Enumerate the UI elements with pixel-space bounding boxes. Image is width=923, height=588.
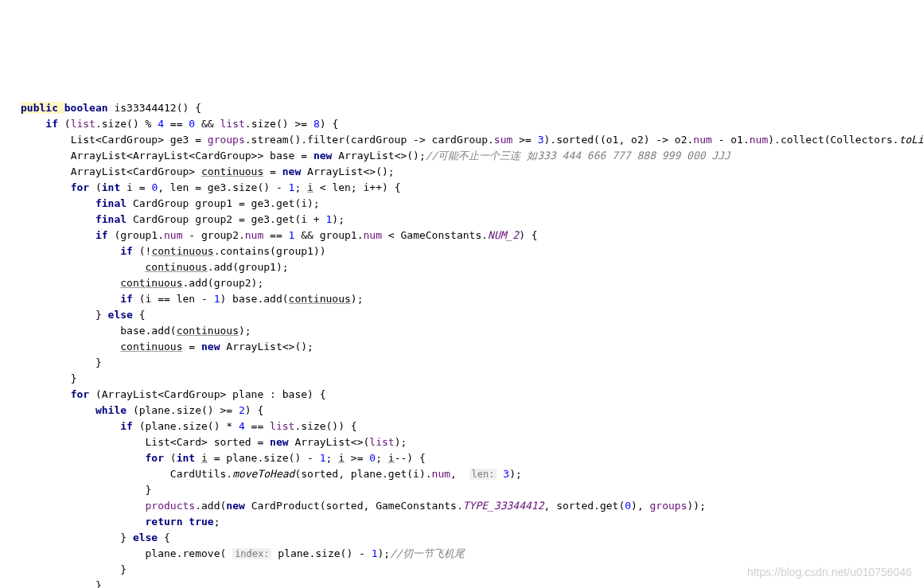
- code-token: NUM_2: [488, 229, 519, 241]
- code-token: .contains(group1)): [214, 245, 326, 257]
- code-token: new: [270, 436, 294, 448]
- code-token: ArrayList<>(: [294, 436, 369, 448]
- code-token: (: [64, 118, 71, 130]
- code-token: &&: [195, 118, 220, 130]
- code-token: 1: [320, 452, 326, 464]
- code-line: products.add(new CardProduct(sorted, Gam…: [21, 498, 923, 514]
- code-line: ArrayList<CardGroup> continuous = new Ar…: [21, 164, 923, 180]
- code-token: num: [164, 229, 182, 241]
- code-token: ) {: [320, 118, 338, 130]
- code-token: is33344412() {: [114, 102, 201, 114]
- code-token: ArrayList<CardGroup>: [71, 165, 201, 177]
- code-token: && group1.: [294, 229, 363, 241]
- code-token: //可能不止一个三连 如333 444 666 777 888 999 000 …: [426, 150, 730, 162]
- code-line: if (plane.size() * 4 == list.size()) {: [21, 419, 923, 434]
- code-token: ).sorted((o1, o2) -> o2.: [543, 134, 693, 146]
- code-line: if (i == len - 1) base.add(continuous);: [21, 291, 923, 307]
- code-token: ).collect(Collectors.: [768, 134, 898, 146]
- code-token: num: [364, 229, 382, 241]
- code-token: }: [95, 309, 108, 321]
- code-line: continuous.add(group1);: [21, 259, 923, 275]
- code-line: CardUtils.moveToHead(sorted, plane.get(i…: [21, 466, 923, 482]
- code-token: int: [102, 181, 127, 193]
- code-token: sum: [494, 134, 512, 146]
- code-token: ;: [326, 452, 339, 464]
- code-token: {: [139, 309, 146, 321]
- code-token: (plane.size() >=: [133, 404, 239, 416]
- code-token: i: [307, 181, 314, 193]
- code-line: final CardGroup group1 = ge3.get(i);: [21, 196, 923, 212]
- code-token: (i == len -: [139, 293, 214, 305]
- code-token: ),: [631, 500, 649, 512]
- code-token: CardProduct(sorted, GameConstants.: [251, 500, 463, 512]
- code-token: }: [95, 356, 102, 368]
- code-token: ) {: [245, 404, 263, 416]
- code-token: continuous: [120, 341, 182, 352]
- code-line: } else {: [21, 530, 923, 546]
- code-token: (sorted, plane.get(i).: [294, 468, 431, 480]
- code-token: }: [71, 372, 77, 384]
- code-token: );: [509, 468, 522, 480]
- code-token: 1: [372, 547, 378, 559]
- code-token: --) {: [395, 452, 426, 464]
- code-token: new: [201, 341, 226, 352]
- code-token: .stream().filter(cardGroup -> cardGroup.: [245, 134, 494, 146]
- code-token: public: [21, 102, 64, 114]
- code-token: ,: [450, 468, 469, 480]
- code-token: ;: [294, 181, 307, 193]
- code-token: for: [146, 452, 170, 464]
- code-token: , len = ge3.size() -: [158, 181, 288, 193]
- code-line: for (ArrayList<CardGroup> plane : base) …: [21, 387, 923, 403]
- code-line: } else {: [21, 307, 923, 323]
- code-token: ArrayList<>();: [226, 341, 314, 352]
- code-token: {: [164, 532, 170, 543]
- code-token: >=: [512, 134, 537, 146]
- code-token: .add(group2);: [183, 277, 264, 289]
- code-token: );: [332, 213, 345, 225]
- code-token: );: [378, 547, 391, 559]
- code-token: CardUtils.: [170, 468, 232, 480]
- code-line: if (list.size() % 4 == 0 && list.size() …: [21, 116, 923, 132]
- code-token: ));: [687, 500, 706, 512]
- code-token: (group1.: [114, 229, 164, 241]
- code-token: TYPE_33344412: [463, 500, 544, 512]
- code-token: 0: [369, 452, 376, 464]
- code-token: products: [146, 500, 196, 512]
- code-token: List<Card> sorted =: [146, 436, 271, 448]
- code-token: i: [338, 452, 345, 464]
- code-token: else: [133, 532, 164, 543]
- code-token: int: [177, 452, 201, 464]
- code-token: ) {: [519, 229, 537, 241]
- code-token: continuous: [177, 325, 239, 337]
- code-token: 0: [625, 500, 631, 512]
- code-token: .add(: [195, 500, 226, 512]
- code-block: public boolean is33344412() { if (list.s…: [10, 100, 923, 588]
- code-line: }: [21, 371, 923, 387]
- code-token: num: [245, 229, 263, 241]
- code-token: 2: [239, 404, 245, 416]
- code-token: ;: [214, 516, 220, 528]
- code-token: , sorted.get(: [543, 500, 625, 512]
- code-token: continuous: [151, 245, 213, 257]
- code-token: plane.size() -: [271, 547, 371, 559]
- code-line: public boolean is33344412() {: [21, 100, 923, 116]
- code-token: .size() >=: [245, 118, 314, 130]
- code-token: .add(group1);: [208, 261, 289, 273]
- code-token: - o1.: [712, 134, 750, 146]
- code-token: =: [183, 341, 201, 352]
- code-line: for (int i = plane.size() - 1; i >= 0; i…: [21, 450, 923, 466]
- code-token: i: [388, 452, 395, 464]
- code-line: base.add(continuous);: [21, 323, 923, 339]
- code-token: if: [120, 420, 138, 432]
- code-line: }: [21, 482, 923, 498]
- code-token: ArrayList<>();: [307, 165, 395, 177]
- code-line: for (int i = 0, len = ge3.size() - 1; i …: [21, 180, 923, 196]
- code-token: i =: [127, 181, 151, 193]
- code-line: if (group1.num - group2.num == 1 && grou…: [21, 228, 923, 243]
- code-token: else: [108, 309, 139, 321]
- code-token: < len; i++) {: [314, 181, 401, 193]
- code-token: new: [226, 500, 251, 512]
- code-token: = plane.size() -: [208, 452, 320, 464]
- code-token: continuous: [146, 261, 208, 273]
- code-token: for: [71, 181, 95, 193]
